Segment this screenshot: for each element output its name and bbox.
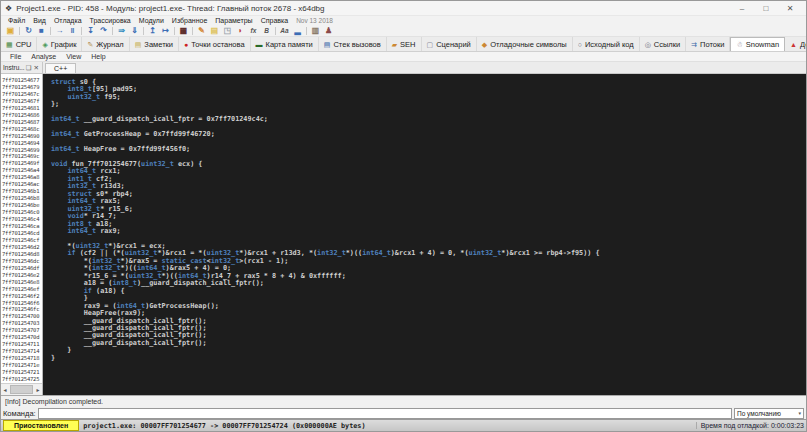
scrollbar-thumb[interactable] xyxy=(10,385,33,394)
instruction-address[interactable]: 7ff701254690 xyxy=(1,133,42,140)
fx-icon[interactable]: fx xyxy=(247,26,260,36)
tab-отладочные-символы[interactable]: ◆Отладочные символы xyxy=(477,37,573,51)
instruction-address[interactable]: 7ff7012546cf xyxy=(1,237,42,244)
menu-item[interactable]: Избранное xyxy=(168,17,211,24)
instruction-address[interactable]: 7ff7012546d8 xyxy=(1,251,42,258)
menu-item[interactable]: Справка xyxy=(257,17,292,24)
instruction-address[interactable]: 7ff701254699 xyxy=(1,147,42,154)
instruction-address[interactable]: 7ff70125469f xyxy=(1,160,42,167)
scroll-left-icon[interactable]: ◂ xyxy=(1,386,9,393)
run-to-user-code-icon[interactable]: ⇒ xyxy=(115,26,128,36)
address-list[interactable]: 7ff7012546777ff7012546797ff70125467c7ff7… xyxy=(1,74,42,383)
instruction-address[interactable]: 7ff701254714 xyxy=(1,348,42,355)
instruction-address[interactable]: 7ff701254707 xyxy=(1,327,42,334)
tab-сценарий[interactable]: ▢Сценарий xyxy=(422,37,477,51)
instruction-address[interactable]: 7ff7012546f6 xyxy=(1,300,42,307)
tab-cpp[interactable]: C++ xyxy=(45,63,76,73)
instruction-address[interactable]: 7ff701254679 xyxy=(1,84,42,91)
instruction-address[interactable]: 7ff70125471e xyxy=(1,362,42,369)
menu-item[interactable]: Параметры xyxy=(211,17,256,24)
tab-точки-останова[interactable]: ●Точки останова xyxy=(179,37,251,51)
step-over-icon[interactable]: ↷ xyxy=(97,26,110,36)
instruction-address[interactable]: 7ff7012546b8 xyxy=(1,195,42,202)
memory-map-icon[interactable]: ▦ xyxy=(177,26,190,36)
step-out-icon[interactable]: ⇓ xyxy=(128,26,141,36)
menu-item[interactable]: Трассировка xyxy=(86,17,135,24)
dock-close-icon[interactable]: ✕ xyxy=(33,64,40,72)
instruction-address[interactable]: 7ff701254703 xyxy=(1,320,42,327)
bug-icon[interactable]: ♟ xyxy=(322,26,335,36)
tab-заметки[interactable]: ▤Заметки xyxy=(130,37,179,51)
breakpoint-letter-icon[interactable]: B xyxy=(260,26,273,36)
assemble-icon[interactable]: Aa xyxy=(278,26,291,36)
tab-стек-вызовов[interactable]: ▤Стек вызовов xyxy=(319,37,387,51)
instruction-address[interactable]: 7ff7012546ac xyxy=(1,181,42,188)
instruction-address[interactable]: 7ff701254711 xyxy=(1,341,42,348)
step-into-icon[interactable]: ↧ xyxy=(84,26,97,36)
restart-icon[interactable]: ↻ xyxy=(22,26,35,36)
comment-icon[interactable]: ▤ xyxy=(208,26,221,36)
snowman-menu-help[interactable]: Help xyxy=(86,53,110,60)
tab-график[interactable]: ◈График xyxy=(37,37,82,51)
instruction-address[interactable]: 7ff7012546fc xyxy=(1,306,42,313)
instruction-address[interactable]: 7ff70125467f xyxy=(1,98,42,105)
instruction-address[interactable]: 7ff7012546b1 xyxy=(1,188,42,195)
instruction-address[interactable]: 7ff701254686 xyxy=(1,112,42,119)
instruction-address[interactable]: 7ff7012546be xyxy=(1,202,42,209)
menu-item[interactable]: Вид xyxy=(29,17,50,24)
eraser-icon[interactable]: ◗ xyxy=(234,26,247,36)
menu-item[interactable]: Файл xyxy=(4,17,29,24)
instruction-address[interactable]: 7ff70125468c xyxy=(1,126,42,133)
instruction-address[interactable]: 7ff701254681 xyxy=(1,105,42,112)
menu-item[interactable]: Отладка xyxy=(50,17,86,24)
label-icon[interactable]: ◳ xyxy=(221,26,234,36)
instruction-address[interactable]: 7ff701254694 xyxy=(1,140,42,147)
instruction-address[interactable]: 7ff70125470d xyxy=(1,334,42,341)
instruction-address[interactable]: 7ff701254725 xyxy=(1,376,42,383)
tab-дескрипторы[interactable]: ▲Дескрипторы xyxy=(785,37,807,51)
instruction-address[interactable]: 7ff7012546c0 xyxy=(1,209,42,216)
menu-item[interactable]: Модули xyxy=(135,17,168,24)
skip-icon[interactable]: ↦ xyxy=(159,26,172,36)
snowman-menu-view[interactable]: View xyxy=(61,53,86,60)
instruction-address[interactable]: 7ff7012546e8 xyxy=(1,279,42,286)
instruction-address[interactable]: 7ff7012546dc xyxy=(1,258,42,265)
instruction-address[interactable]: 7ff70125469c xyxy=(1,153,42,160)
tab-snowman[interactable]: ☃Snowman xyxy=(730,37,785,51)
highlight-icon[interactable]: ▂ xyxy=(291,26,304,36)
command-input[interactable] xyxy=(38,408,732,419)
instruction-address[interactable]: 7ff7012546cd xyxy=(1,230,42,237)
execute-till-return-icon[interactable]: ↥ xyxy=(146,26,159,36)
instruction-address[interactable]: 7ff7012546e2 xyxy=(1,272,42,279)
instruction-address[interactable]: 7ff7012546d2 xyxy=(1,244,42,251)
minimize-button[interactable]: – xyxy=(730,4,754,13)
instruction-address[interactable]: 7ff70125467c xyxy=(1,91,42,98)
snowman-menu-analyse[interactable]: Analyse xyxy=(26,53,61,60)
instruction-address[interactable]: 7ff701254718 xyxy=(1,355,42,362)
snowman-menu-file[interactable]: File xyxy=(5,53,26,60)
pause-icon[interactable]: ‖ xyxy=(66,26,79,36)
maximize-button[interactable]: □ xyxy=(754,4,778,13)
tab-журнал[interactable]: ✎Журнал xyxy=(82,37,129,51)
tab-seh[interactable]: ▰SEH xyxy=(387,37,422,51)
tab-cpu[interactable]: ▦CPU xyxy=(1,37,37,51)
dock-float-icon[interactable]: ❏ xyxy=(25,64,33,72)
instruction-address[interactable]: 7ff701254677 xyxy=(1,77,42,84)
instruction-address[interactable]: 7ff7012546ca xyxy=(1,223,42,230)
tab-потоки[interactable]: ⇉Потоки xyxy=(686,37,730,51)
instruction-address[interactable]: 7ff7012546a4 xyxy=(1,167,42,174)
modules-icon[interactable]: ▥ xyxy=(309,26,322,36)
scroll-right-icon[interactable]: ▸ xyxy=(34,386,42,393)
patch-icon[interactable]: ✎ xyxy=(195,26,208,36)
instruction-address[interactable]: 7ff7012546c4 xyxy=(1,216,42,223)
instruction-address[interactable]: 7ff701254721 xyxy=(1,369,42,376)
open-file-icon[interactable]: ▣ xyxy=(4,26,17,36)
instruction-address[interactable]: 7ff7012546ef xyxy=(1,286,42,293)
instruction-address[interactable]: 7ff701254700 xyxy=(1,313,42,320)
instruction-address[interactable]: 7ff7012546a8 xyxy=(1,174,42,181)
instruction-address[interactable]: 7ff7012546f2 xyxy=(1,293,42,300)
tab-ссылки[interactable]: ◎Ссылки xyxy=(640,37,687,51)
run-icon[interactable]: → xyxy=(53,26,66,36)
sidebar-hscrollbar[interactable]: ◂ ▸ xyxy=(1,383,42,395)
instruction-address[interactable]: 7ff701254687 xyxy=(1,119,42,126)
